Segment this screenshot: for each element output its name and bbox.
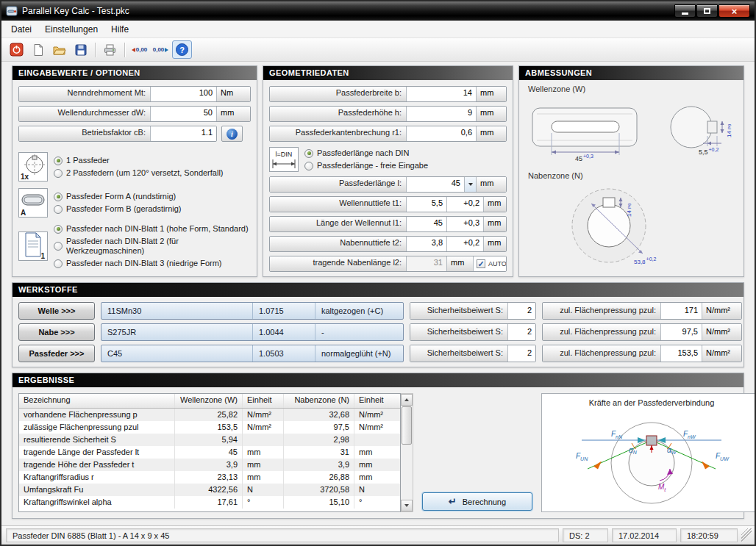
welle-material-button[interactable]: Welle >>> xyxy=(18,302,95,320)
menu-hilfe[interactable]: Hilfe xyxy=(104,22,135,37)
passfederlaenge-dropdown-button[interactable] xyxy=(464,177,476,192)
scroll-up-button[interactable] xyxy=(401,394,413,406)
betriebsfaktor-input[interactable]: 1.1 xyxy=(150,126,216,141)
radio-form-b[interactable]: Passfeder Form B (geradstirnig) xyxy=(54,204,182,214)
col-einheit-n: Einheit xyxy=(354,394,400,408)
nabenlaenge-input[interactable]: 31 xyxy=(406,256,446,271)
table-row[interactable]: Kraftangriffswinkel alpha17,61°15,10° xyxy=(19,496,400,509)
panel-eingabewerte-header: EINGABEWERTE / OPTIONEN xyxy=(13,66,257,80)
radio-icon xyxy=(304,149,313,158)
wellennut-laenge-input[interactable]: 45 xyxy=(406,217,446,231)
close-button[interactable]: × xyxy=(718,4,750,18)
anzahl-icon-caption: 1x xyxy=(21,173,29,181)
table-row[interactable]: Umfangskraft Fu4322,56N3720,58N xyxy=(19,484,400,496)
radio-icon xyxy=(54,242,63,251)
results-scrollbar[interactable] xyxy=(401,393,413,512)
passfeder-sicherheit-row: Sicherheitsbeiwert S: 2 xyxy=(410,345,536,362)
wellendurchmesser-input[interactable]: 50 xyxy=(150,107,216,121)
resize-grip[interactable] xyxy=(741,528,752,542)
wellendurchmesser-row: Wellendurchmesser dW: 50 mm xyxy=(18,106,251,122)
nabenzone-label: Nabenzone (N) xyxy=(528,171,583,180)
decimal-increase-button[interactable]: 0,00 xyxy=(129,40,149,59)
radio-din-blatt-1[interactable]: Passfeder nach DIN-Blatt 1 (hohe Form, S… xyxy=(54,224,251,234)
wellennuttiefe-toleranz[interactable]: +0,2 xyxy=(446,197,483,212)
passfeder-sicherheit-input[interactable]: 2 xyxy=(507,345,535,362)
passfederbreite-input[interactable]: 14 xyxy=(406,87,476,101)
radio-icon xyxy=(54,169,63,178)
sicherheitsbeiwert-label: Sicherheitsbeiwert S: xyxy=(410,324,507,340)
help-button[interactable]: ? xyxy=(172,40,192,59)
table-row[interactable]: resultierende Sicherheit S5,942,98 xyxy=(19,434,400,446)
toolbar-separator xyxy=(95,43,96,57)
passfederlaenge-select-value[interactable]: 45 xyxy=(406,177,464,192)
passfederbreite-row: Passfederbreite b: 14 mm xyxy=(269,86,507,102)
panel-ergebnisse-header: ERGEBNISSE xyxy=(13,373,743,387)
auto-checkbox[interactable]: ✓ xyxy=(477,259,485,268)
radio-din-blatt-2[interactable]: Passfeder nach DIN-Blatt 2 (für Werkzeug… xyxy=(54,237,251,256)
wellennuttiefe-label: Wellennuttiefe t1: xyxy=(270,197,406,212)
blatt-icon-caption: 1 xyxy=(40,252,45,260)
radio-form-a[interactable]: Passfeder Form A (rundstirnig) xyxy=(54,192,182,201)
wellennuttiefe-row: Wellennuttiefe t1: 5,5 +0,2 mm xyxy=(269,196,507,212)
status-ds: DS: 2 xyxy=(563,528,608,542)
welle-pressung-value: 171 xyxy=(660,303,702,319)
radio-2-passfedern[interactable]: 2 Passfedern (um 120° versetzt, Sonderfa… xyxy=(54,168,224,178)
welle-sicherheit-input[interactable]: 2 xyxy=(507,303,535,319)
nenndrehmoment-unit: Nm xyxy=(216,87,250,101)
passfederhoehe-input[interactable]: 9 xyxy=(406,107,476,121)
menu-einstellungen[interactable]: Einstellungen xyxy=(38,22,104,37)
passfeder-pressung-value: 153,5 xyxy=(660,345,702,362)
new-file-button[interactable] xyxy=(28,40,48,59)
form-icon-caption: A xyxy=(21,209,26,217)
status-result: Passfeder DIN 6885 (Blatt 1) - A 14 x 9 … xyxy=(6,528,559,542)
menu-datei[interactable]: Datei xyxy=(4,22,38,37)
decimal-decrease-button[interactable]: 0,00 xyxy=(151,40,171,59)
svg-text:5,5+0,2: 5,5+0,2 xyxy=(699,147,718,156)
radio-icon xyxy=(54,259,63,268)
open-file-button[interactable] xyxy=(49,40,69,59)
panel-abmessungen-header: ABMESSUNGEN xyxy=(519,66,743,80)
berechnung-button[interactable]: ↵ Berechnung xyxy=(422,492,532,511)
radio-din-blatt-2-label: Passfeder nach DIN-Blatt 2 (für Werkzeug… xyxy=(66,237,251,256)
exit-button[interactable] xyxy=(7,40,26,59)
nabe-pressung-row: zul. Flächenpressung pzul: 97,5 N/mm² xyxy=(542,323,742,341)
table-row[interactable]: vorhandene Flächenpressung p25,82N/mm²32… xyxy=(19,409,400,421)
nabennuttiefe-toleranz[interactable]: +0,2 xyxy=(446,237,483,251)
radio-laenge-din[interactable]: Passfederlänge nach DIN xyxy=(304,148,428,158)
passfeder-material-button[interactable]: Passfeder >>> xyxy=(18,345,95,362)
app-window: Parallel Key Calc - Test.pkc × Datei Ein… xyxy=(0,0,756,546)
welle-material-field: 11SMn30 1.0715 kaltgezogen (+C) xyxy=(101,302,404,320)
table-row[interactable]: zulässige Flächenpressung pzul153,5N/mm²… xyxy=(19,421,400,434)
nabe-sicherheit-row: Sicherheitsbeiwert S: 2 xyxy=(410,323,536,341)
forces-diagram-box: Kräfte an der Passfederverbindung xyxy=(541,393,755,512)
radio-din-blatt-3[interactable]: Passfeder nach DIN-Blatt 3 (niedrige For… xyxy=(54,259,251,268)
wellennuttiefe-input[interactable]: 5,5 xyxy=(406,197,446,212)
kantenbrechung-label: Passfederkantenbrechung r1: xyxy=(270,126,406,141)
welle-material-treatment: kaltgezogen (+C) xyxy=(315,303,403,319)
save-file-icon xyxy=(74,43,88,57)
nabe-sicherheit-input[interactable]: 2 xyxy=(507,324,535,340)
nabe-material-button[interactable]: Nabe >>> xyxy=(18,323,95,341)
wellennut-laenge-toleranz[interactable]: +0,3 xyxy=(446,217,483,231)
info-button[interactable]: i xyxy=(221,126,243,142)
statusbar: Passfeder DIN 6885 (Blatt 1) - A 14 x 9 … xyxy=(1,525,755,545)
kantenbrechung-input[interactable]: 0,6 xyxy=(406,126,476,141)
radio-1-passfeder[interactable]: 1 Passfeder xyxy=(54,156,224,165)
save-file-button[interactable] xyxy=(71,40,90,59)
berechnung-button-label: Berechnung xyxy=(463,497,506,506)
radio-laenge-frei[interactable]: Passfederlänge - freie Eingabe xyxy=(304,161,428,170)
nabennuttiefe-input[interactable]: 3,8 xyxy=(406,237,446,251)
wellennut-laenge-unit: mm xyxy=(483,217,506,231)
scroll-down-button[interactable] xyxy=(401,500,413,511)
svg-text:53,8+0,2: 53,8+0,2 xyxy=(634,256,657,265)
print-button[interactable] xyxy=(100,40,120,59)
maximize-button[interactable] xyxy=(696,4,718,18)
scrollbar-thumb[interactable] xyxy=(402,406,412,445)
sicherheitsbeiwert-label: Sicherheitsbeiwert S: xyxy=(410,345,507,362)
table-row[interactable]: tragende Länge der Passfeder lt45mm31mm xyxy=(19,446,400,459)
nenndrehmoment-input[interactable]: 100 xyxy=(150,87,216,101)
table-row[interactable]: tragende Höhe der Passfeder t3,9mm3,9mm xyxy=(19,459,400,471)
radio-form-b-label: Passfeder Form B (geradstirnig) xyxy=(66,204,182,214)
table-row[interactable]: Kraftangriffsradius r23,13mm26,88mm xyxy=(19,471,400,484)
minimize-button[interactable] xyxy=(674,4,696,18)
